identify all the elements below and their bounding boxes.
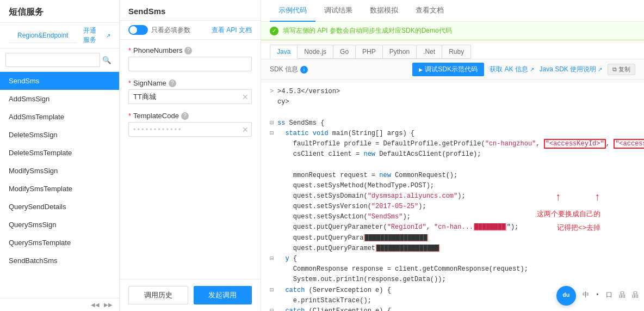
code-line-resp1: CommonResponse response = client.getComm… — [270, 264, 635, 275]
float-action-person2[interactable]: 品 — [632, 290, 639, 301]
api-doc-link[interactable]: 查看 API 文档 — [212, 26, 252, 35]
sidebar-sub: Region&Endpoint 开通服务 ↗ — [0, 23, 119, 48]
sidebar-item-sendsms[interactable]: SendSms — [0, 72, 119, 90]
phone-numbers-required-star: * — [128, 46, 131, 54]
fold-icon-catch1[interactable]: ⊟ — [270, 285, 277, 296]
phone-numbers-field: * PhoneNumbers ? — [128, 46, 252, 71]
sidebar-item-querysenddetails[interactable]: QuerySendDetails — [0, 198, 119, 216]
code-text-req1: mmonRequest request = new CommonRequest(… — [277, 170, 457, 181]
sidebar-search-button[interactable]: 🔍 — [100, 56, 114, 64]
lang-tab-net[interactable]: .Net — [416, 45, 442, 59]
template-code-help-icon[interactable]: ? — [181, 112, 189, 120]
lang-tab-go[interactable]: Go — [333, 45, 356, 59]
info-banner-text: 填写左侧的 API 参数会自动同步生成对应SDK的Demo代码 — [283, 26, 452, 35]
code-text-req6: quest.putQueryParameter("RegionId", "cn-… — [277, 222, 518, 233]
sidebar-item-modifysmssign[interactable]: ModifySmsSign — [0, 162, 119, 180]
lang-tab-php[interactable]: PHP — [355, 45, 383, 59]
sdk-info-left: SDK 信息 i — [270, 65, 308, 74]
float-action-square[interactable]: 口 — [606, 290, 612, 301]
annotation-arrows: ↑ ↑ — [555, 189, 600, 206]
code-line-client: csClient client = new DefaultAcsClient(p… — [270, 149, 635, 160]
fold-icon-catch2[interactable]: ⊟ — [270, 306, 277, 311]
tab-view-doc[interactable]: 查看文档 — [407, 0, 453, 22]
code-line-2: cy> — [270, 97, 635, 107]
template-code-input[interactable] — [128, 122, 252, 137]
copy-code-button[interactable]: ⧉ 复制 — [608, 64, 635, 75]
code-area: > >4.5.3</version> cy> ⊟ ss SendSms { ⊟ … — [261, 80, 644, 311]
code-text-req3: quest.setSysDomain("dysmsapi.aliyuncs.co… — [277, 191, 466, 202]
code-text-resp1: CommonResponse response = client.getComm… — [277, 264, 528, 275]
sign-name-help-icon[interactable]: ? — [169, 80, 176, 87]
lang-tab-ruby[interactable]: Ruby — [442, 45, 471, 59]
sidebar-item-addsmssign[interactable]: AddSmsSign — [0, 90, 119, 108]
toggle-wrap: 只看必填参数 — [128, 25, 190, 35]
template-code-clear-button[interactable]: ✕ — [242, 126, 249, 133]
code-text-req8: quest.putQueryParamet████████████████ — [277, 243, 440, 254]
template-code-field: * TemplateCode ? ✕ — [128, 112, 252, 137]
float-action-chinese[interactable]: 中 — [583, 290, 589, 301]
test-sdk-button[interactable]: 调试SDK示范代码 — [412, 63, 484, 76]
sign-name-clear-button[interactable]: ✕ — [242, 93, 249, 101]
history-button[interactable]: 调用历史 — [128, 286, 188, 304]
sidebar-item-sendbatchsms[interactable]: SendBatchSms — [0, 252, 119, 270]
region-endpoint-link[interactable]: Region&Endpoint — [9, 28, 77, 43]
sidebar-item-addsmstemplate[interactable]: AddSmsTemplate — [0, 108, 119, 126]
code-text-profile: faultProfile profile = DefaultProfile.ge… — [277, 139, 644, 149]
code-text-ss: ss SendSms { — [277, 118, 324, 129]
float-du-button[interactable]: du — [556, 286, 576, 306]
sidebar-item-deletesmssign[interactable]: DeleteSmsSign — [0, 126, 119, 144]
sidebar-prev-arrow[interactable]: ◀◀ — [89, 301, 102, 309]
sidebar-search-input[interactable] — [5, 53, 100, 67]
open-service-icon: ↗ — [106, 33, 110, 39]
annotation-text-line1: 这两个要换成自己的 — [537, 209, 600, 220]
sidebar-search-bar: 🔍 — [0, 48, 119, 72]
tab-example-code[interactable]: 示例代码 — [270, 0, 315, 22]
open-service-link[interactable]: 开通服务 — [83, 26, 103, 45]
sign-name-label-text: SignName — [133, 79, 166, 87]
sdk-info-icon[interactable]: i — [300, 66, 308, 74]
phone-numbers-input-wrap — [128, 57, 252, 71]
sidebar-item-modifysmstemplate[interactable]: ModifySmsTemplate — [0, 180, 119, 198]
float-action-person[interactable]: 品 — [619, 290, 626, 301]
sign-name-required-star: * — [128, 79, 131, 87]
sidebar-title: 短信服务 — [0, 0, 119, 23]
code-text-req5: quest.setSysAction("SendSms"); — [277, 212, 411, 222]
code-text-catch1: catch (ServerException e) { — [277, 285, 391, 296]
lang-tab-java[interactable]: Java — [270, 45, 298, 59]
phone-numbers-input[interactable] — [128, 57, 252, 71]
code-line-catch2: ⊟ catch (ClientException e) { — [270, 306, 635, 311]
sidebar-item-deletesmstemplate[interactable]: DeleteSmsTemplate — [0, 144, 119, 162]
lang-tab-nodejs[interactable]: Node.js — [297, 45, 333, 59]
sdk-info-label: SDK 信息 — [270, 65, 298, 74]
code-line-resp2: System.out.println(response.getData()); — [270, 275, 635, 285]
fold-icon-main[interactable]: ⊟ — [270, 129, 277, 139]
sidebar-item-querysmstemplate[interactable]: QuerySmsTemplate — [0, 234, 119, 252]
lang-tab-python[interactable]: Python — [382, 45, 417, 59]
tab-data-mock[interactable]: 数据模拟 — [361, 0, 407, 22]
arrow-up-left: ↑ — [555, 189, 561, 206]
fold-icon-ss[interactable]: ⊟ — [270, 118, 277, 129]
fold-icon-try[interactable]: ⊟ — [270, 254, 277, 264]
required-only-toggle[interactable] — [128, 25, 148, 35]
copy-label: 复制 — [618, 65, 630, 74]
code-line-main: ⊟ static void main(String[] args) { — [270, 129, 635, 139]
sidebar-item-querysmssign[interactable]: QuerySmsSign — [0, 216, 119, 234]
code-text-req4: quest.setSysVersion("2017-05-25"); — [277, 202, 426, 212]
fold-icon-2[interactable] — [270, 97, 277, 107]
code-text-2: cy> — [277, 97, 289, 107]
sign-name-input[interactable] — [128, 89, 252, 104]
code-text-resp2: System.out.println(response.getData()); — [277, 275, 446, 285]
code-text-req2: quest.setSysMethod(MethodType.POST); — [277, 181, 434, 191]
sidebar-pagination: ◀◀ ▶▶ — [0, 298, 119, 311]
code-line-1: > >4.5.3</version> — [270, 87, 635, 97]
code-text-main: static void main(String[] args) { — [277, 129, 414, 139]
fold-icon-1[interactable]: > — [270, 87, 277, 97]
invoke-button[interactable]: 发起调用 — [194, 286, 252, 304]
java-sdk-doc-link[interactable]: Java SDK 使用说明 — [540, 65, 602, 74]
sidebar-next-arrow[interactable]: ▶▶ — [102, 301, 115, 309]
tab-debug-result[interactable]: 调试结果 — [315, 0, 361, 22]
get-ak-link[interactable]: 获取 AK 信息 — [490, 65, 534, 74]
phone-numbers-help-icon[interactable]: ? — [184, 47, 192, 54]
phone-numbers-label-text: PhoneNumbers — [133, 46, 182, 54]
arrow-up-right: ↑ — [594, 189, 600, 206]
